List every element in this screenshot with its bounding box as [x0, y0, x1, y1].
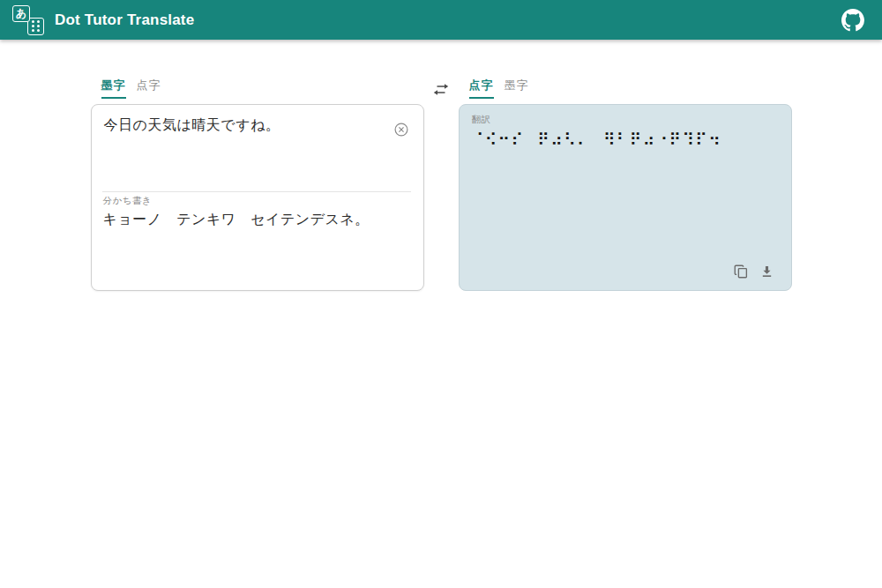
tab-input-sumiji[interactable]: 墨字 — [101, 78, 126, 99]
swap-column — [424, 78, 459, 291]
github-icon — [841, 9, 864, 32]
wakachigaki-label: 分かち書き — [103, 195, 411, 207]
kana-a-icon: あ — [12, 5, 30, 22]
wakachigaki-text: キョーノ テンキワ セイテンデスネ。 — [103, 211, 411, 229]
text-input[interactable]: 今日の天気は晴天ですね。 — [92, 105, 423, 191]
input-tabs: 墨字 点字 — [91, 78, 424, 99]
braille-output: ⠈⠪⠒⠎⠀⠟⠴⠣⠄⠀⠻⠃⠟⠴⠐⠟⠹⠏⠲ — [472, 129, 779, 151]
download-button[interactable] — [760, 264, 774, 279]
github-link[interactable] — [840, 7, 866, 33]
copy-button[interactable] — [733, 264, 749, 279]
translate-workspace: 墨字 点字 今日の天気は晴天ですね。 分かち書き キョーノ テンキワ セイテンデ… — [91, 78, 792, 291]
output-tabs: 点字 墨字 — [459, 78, 792, 99]
swap-direction-button[interactable] — [433, 83, 449, 96]
clear-input-button[interactable] — [393, 122, 409, 138]
copy-icon — [733, 264, 749, 279]
app-header: あ Dot Tutor Translate — [0, 0, 882, 40]
translation-label: 翻訳 — [472, 114, 779, 126]
swap-horizontal-icon — [433, 83, 449, 96]
tab-input-tenji[interactable]: 点字 — [137, 78, 161, 97]
tab-output-tenji[interactable]: 点字 — [469, 78, 494, 99]
input-column: 墨字 点字 今日の天気は晴天ですね。 分かち書き キョーノ テンキワ セイテンデ… — [91, 78, 424, 291]
output-actions — [733, 264, 774, 279]
app-title: Dot Tutor Translate — [55, 11, 194, 29]
tab-output-sumiji[interactable]: 墨字 — [505, 78, 529, 97]
download-icon — [760, 264, 774, 279]
output-column: 点字 墨字 翻訳 ⠈⠪⠒⠎⠀⠟⠴⠣⠄⠀⠻⠃⠟⠴⠐⠟⠹⠏⠲ — [459, 78, 792, 291]
wakachigaki-section: 分かち書き キョーノ テンキワ セイテンデスネ。 — [102, 191, 411, 290]
clear-circle-icon — [393, 122, 409, 138]
output-card: 翻訳 ⠈⠪⠒⠎⠀⠟⠴⠣⠄⠀⠻⠃⠟⠴⠐⠟⠹⠏⠲ — [459, 104, 792, 291]
input-card: 今日の天気は晴天ですね。 分かち書き キョーノ テンキワ セイテンデスネ。 — [91, 104, 424, 291]
app-logo: あ — [12, 5, 44, 35]
